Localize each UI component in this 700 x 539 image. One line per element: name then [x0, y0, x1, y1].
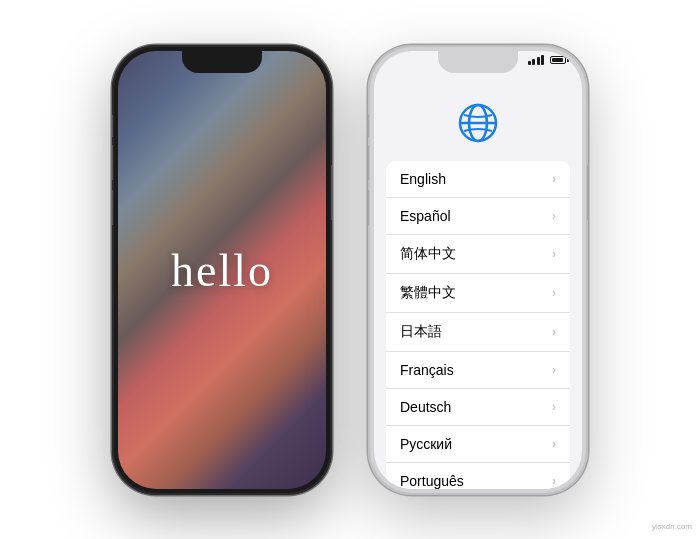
watermark: yisxdn.com — [652, 522, 692, 531]
chevron-right-icon: › — [552, 400, 556, 414]
chevron-right-icon: › — [552, 247, 556, 261]
language-list: English›Español›简体中文›繁體中文›日本語›Français›D… — [386, 161, 570, 489]
language-item[interactable]: 繁體中文› — [386, 274, 570, 313]
mute-button — [368, 115, 369, 137]
language-item[interactable]: Français› — [386, 352, 570, 389]
phones-container: hello — [92, 25, 608, 515]
chevron-right-icon: › — [552, 363, 556, 377]
notch — [182, 51, 262, 73]
language-name: 日本語 — [400, 323, 442, 341]
right-screen: English›Español›简体中文›繁體中文›日本語›Français›D… — [374, 51, 582, 489]
volume-up-button — [368, 145, 369, 180]
signal-bar-2 — [532, 59, 535, 65]
power-button — [587, 165, 588, 220]
battery-icon — [550, 56, 566, 64]
globe-icon — [454, 99, 502, 147]
signal-bar-1 — [528, 61, 531, 65]
language-item[interactable]: 日本語› — [386, 313, 570, 352]
language-item[interactable]: Русский› — [386, 426, 570, 463]
chevron-right-icon: › — [552, 172, 556, 186]
right-phone: English›Español›简体中文›繁體中文›日本語›Français›D… — [368, 45, 588, 495]
signal-bar-3 — [537, 57, 540, 65]
power-button — [331, 165, 332, 220]
language-name: Français — [400, 362, 454, 378]
language-item[interactable]: 简体中文› — [386, 235, 570, 274]
language-item[interactable]: Português› — [386, 463, 570, 489]
left-phone: hello — [112, 45, 332, 495]
language-item[interactable]: Español› — [386, 198, 570, 235]
volume-down-button — [368, 190, 369, 225]
language-name: 繁體中文 — [400, 284, 456, 302]
chevron-right-icon: › — [552, 209, 556, 223]
language-name: English — [400, 171, 446, 187]
language-screen: English›Español›简体中文›繁體中文›日本語›Français›D… — [374, 51, 582, 489]
language-name: Español — [400, 208, 451, 224]
chevron-right-icon: › — [552, 437, 556, 451]
left-screen: hello — [118, 51, 326, 489]
signal-icon — [528, 55, 545, 65]
volume-up-button — [112, 145, 113, 180]
chevron-right-icon: › — [552, 474, 556, 488]
volume-down-button — [112, 190, 113, 225]
status-bar — [528, 55, 567, 65]
battery-fill — [552, 58, 563, 62]
language-name: Deutsch — [400, 399, 451, 415]
chevron-right-icon: › — [552, 325, 556, 339]
hello-screen: hello — [118, 51, 326, 489]
language-name: Português — [400, 473, 464, 489]
language-name: 简体中文 — [400, 245, 456, 263]
signal-bar-4 — [541, 55, 544, 65]
hello-text: hello — [171, 243, 273, 296]
language-item[interactable]: Deutsch› — [386, 389, 570, 426]
mute-button — [112, 115, 113, 137]
language-name: Русский — [400, 436, 452, 452]
language-item[interactable]: English› — [386, 161, 570, 198]
notch — [438, 51, 518, 73]
chevron-right-icon: › — [552, 286, 556, 300]
